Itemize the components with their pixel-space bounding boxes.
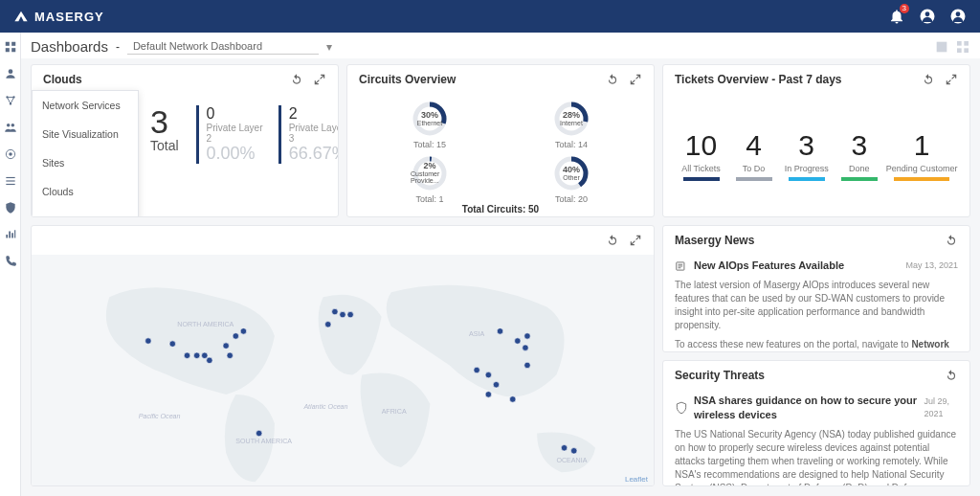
brand-text: MASERGY [34,10,104,24]
svg-rect-4 [5,42,9,46]
clouds-card-title: Clouds [43,73,82,86]
svg-rect-22 [957,48,962,53]
view-grid-icon[interactable] [955,39,970,55]
clouds-total: 3 Total [150,105,179,153]
news-headline: New AIOps Features Available [694,259,844,273]
news-date: May 13, 2021 [905,259,958,272]
circuits-card: Circuits Overview 30%EthernetTotal: 1528… [346,64,655,217]
svg-text:OCEANIA: OCEANIA [556,457,587,464]
news-card: Masergy News New AIOps Features Availabl… [662,225,970,352]
svg-rect-17 [6,180,14,181]
circuits-card-title: Circuits Overview [359,73,456,86]
view-list-icon[interactable] [934,39,949,55]
refresh-icon[interactable] [606,234,619,247]
topbar-right: 3 [888,8,967,25]
svg-point-54 [474,367,479,373]
notifications-icon[interactable]: 3 [888,8,905,25]
svg-rect-18 [6,184,14,185]
svg-rect-19 [937,41,947,52]
ticket-stat: 1Pending Customer [886,129,958,181]
refresh-icon[interactable] [945,234,958,247]
sidebar-icon-people[interactable] [4,121,17,134]
brand-logo: MASERGY [13,9,104,24]
network-dropdown-menu: Network ServicesSite VisualizationSitesC… [32,90,139,217]
sidebar-icon-list[interactable] [4,174,17,188]
svg-point-3 [956,11,961,16]
sidebar-icon-graph[interactable] [4,94,17,107]
svg-point-13 [11,124,13,127]
clouds-total-label: Total [150,138,179,153]
threats-card: Security Threats NSA shares guidance on … [662,360,970,487]
cloud-split: 0Private Layer 20.00% [196,105,265,164]
expand-icon[interactable] [629,73,642,86]
news-p1: The latest version of Masergy AIOps intr… [675,279,958,332]
notifications-badge: 3 [900,4,909,13]
svg-point-44 [207,357,213,364]
svg-point-41 [184,352,190,359]
news-icon [675,259,688,273]
sidebar-icon-shield[interactable] [4,201,17,214]
chevron-down-icon[interactable]: ▾ [326,40,332,54]
svg-point-45 [223,343,230,349]
refresh-icon[interactable] [922,73,935,86]
news-p2: To access these new features on the port… [675,338,958,350]
svg-point-55 [485,372,492,378]
dropdown-item[interactable]: Sites [33,148,138,177]
dropdown-item[interactable]: Clouds [33,177,138,206]
expand-icon[interactable] [313,73,326,86]
threats-card-title: Security Threats [675,369,765,382]
svg-point-48 [227,352,234,359]
cloud-split: 2Private Layer 366.67% [278,105,338,164]
svg-point-61 [524,333,531,340]
sidebar-icon-phone[interactable] [4,255,17,268]
icon-sidebar [0,33,21,496]
svg-point-59 [515,338,522,345]
circuit-donut: 2%Customer Provide...Total: 1 [362,154,498,204]
svg-rect-16 [6,177,14,178]
topbar: MASERGY 3 [0,0,980,33]
refresh-icon[interactable] [290,73,303,86]
sidebar-icon-dashboard[interactable] [4,40,17,54]
svg-point-57 [485,392,492,398]
threats-p1: The US National Security Agency (NSA) to… [675,428,958,485]
threats-date: Jul 29, 2021 [924,395,958,419]
sidebar-icon-target[interactable] [4,147,17,161]
dropdown-item[interactable]: Circuits [33,206,138,217]
expand-icon[interactable] [629,234,642,247]
svg-rect-23 [964,48,969,53]
svg-point-64 [561,445,568,452]
user-icon[interactable] [919,8,936,25]
svg-point-50 [325,322,331,328]
svg-point-15 [9,152,12,156]
clouds-card: Clouds 3 Total 0Private Layer 20.00%2Pri… [31,64,339,217]
news-card-title: Masergy News [675,234,754,247]
dropdown-item[interactable]: Network Services [33,91,138,120]
ticket-stat: 10All Tickets [676,129,727,181]
svg-point-60 [523,345,529,351]
svg-point-53 [347,311,353,318]
svg-point-46 [233,333,239,340]
dropdown-item[interactable]: Site Visualization [33,120,138,148]
expand-icon[interactable] [945,73,958,86]
sidebar-icon-user[interactable] [4,67,17,80]
svg-text:Atlantic Ocean: Atlantic Ocean [302,403,347,411]
ticket-stat: 4To Do [728,129,780,181]
dashboard-select[interactable] [127,38,319,55]
circuit-donut: 30%EthernetTotal: 15 [362,100,498,149]
refresh-icon[interactable] [606,73,619,86]
svg-point-12 [6,124,9,127]
threats-headline: NSA shares guidance on how to secure you… [694,394,918,423]
svg-point-42 [193,352,200,359]
svg-rect-20 [957,41,962,46]
svg-point-39 [145,338,152,345]
svg-text:SOUTH AMERICA: SOUTH AMERICA [235,438,292,445]
ticket-stat: 3In Progress [781,129,833,181]
breadcrumb-sep: - [116,40,120,54]
svg-text:Pacific Ocean: Pacific Ocean [139,413,181,420]
refresh-icon[interactable] [945,369,958,382]
world-map[interactable]: NORTH AMERICA SOUTH AMERICA AFRICA ASIA … [32,255,654,485]
sidebar-icon-analytics[interactable] [4,228,17,241]
account-icon[interactable] [949,8,967,25]
svg-point-58 [497,328,503,335]
clouds-total-num: 3 [150,105,179,138]
